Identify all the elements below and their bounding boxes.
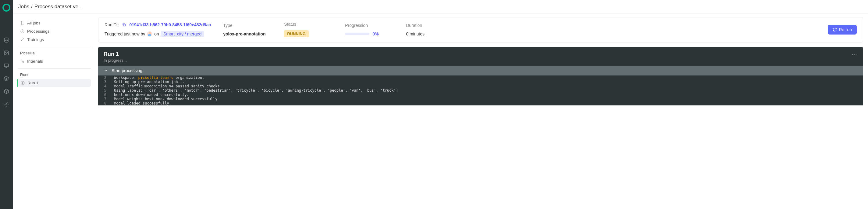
sidebar-item-processings[interactable]: Processings — [18, 27, 91, 35]
svg-point-4 — [6, 104, 7, 105]
breadcrumb: Jobs / Process dataset ve... — [13, 0, 868, 14]
logo-icon — [2, 4, 10, 11]
svg-rect-7 — [21, 24, 22, 25]
rerun-button[interactable]: Re-run — [828, 25, 857, 34]
progress-pct: 0% — [372, 31, 378, 36]
rail-nav — [0, 0, 13, 209]
presentation-icon[interactable] — [4, 63, 9, 69]
svg-point-8 — [21, 30, 24, 33]
project-chip[interactable]: Smart_city / merged — [161, 31, 204, 37]
svg-rect-5 — [21, 22, 22, 23]
duration-value: 0 minutes — [406, 31, 455, 36]
image-icon[interactable] — [4, 50, 9, 56]
sidebar-item-run1[interactable]: Run 1 — [17, 79, 91, 87]
sidebar-item-label: Trainings — [27, 37, 44, 42]
content-area: RunID : 01941d33-b562-79b0-8458-1f69e482… — [94, 14, 868, 209]
section-toggle[interactable]: Start processing — [98, 66, 863, 76]
sidebar-heading-runs: Runs — [18, 71, 91, 79]
breadcrumb-sep: / — [31, 4, 33, 10]
chevron-down-icon — [104, 69, 108, 73]
run-title: Run 1 — [104, 51, 127, 57]
svg-point-11 — [23, 38, 24, 39]
svg-rect-6 — [21, 23, 22, 24]
runid-label: RunID : — [104, 22, 119, 27]
type-label: Type — [223, 23, 272, 28]
svg-point-9 — [21, 40, 22, 41]
database-icon[interactable] — [4, 37, 9, 43]
status-label: Status — [284, 22, 333, 27]
svg-rect-3 — [4, 64, 8, 67]
svg-point-2 — [5, 52, 6, 53]
avatar — [147, 31, 152, 37]
refresh-icon — [833, 27, 837, 32]
layers-icon[interactable] — [4, 76, 9, 81]
svg-point-10 — [22, 39, 23, 40]
status-badge: RUNNING — [284, 30, 309, 37]
breadcrumb-root[interactable]: Jobs — [18, 4, 29, 10]
svg-rect-15 — [124, 24, 126, 26]
copy-icon[interactable] — [122, 23, 126, 27]
sidebar-item-all-jobs[interactable]: All jobs — [18, 19, 91, 27]
sidebar-item-label: Run 1 — [27, 81, 38, 85]
sidebar-item-trainings[interactable]: Trainings — [18, 35, 91, 44]
breadcrumb-current: Process dataset ve... — [34, 4, 83, 10]
sidebar-item-label: Processings — [27, 29, 50, 34]
runid-value[interactable]: 01941d33-b562-79b0-8458-1f69e482d9aa — [129, 22, 211, 27]
sidebar: All jobs Processings Trainings Picsellia… — [13, 14, 94, 209]
progress-bar — [345, 33, 369, 35]
log-output: 2Workspace: picsellia-team's organizatio… — [98, 76, 863, 105]
run-panel: Run 1 In progress... ⋯ Start processing … — [98, 47, 863, 105]
svg-point-14 — [21, 81, 24, 85]
type-value: yolox-pre-annotation — [223, 31, 272, 36]
svg-point-0 — [5, 38, 8, 40]
duration-label: Duration — [406, 23, 455, 28]
sidebar-heading: Picsellia — [18, 50, 91, 57]
sidebar-item-label: Internals — [27, 59, 43, 63]
progress-label: Progression — [345, 23, 394, 28]
run-status: In progress... — [104, 58, 127, 63]
sidebar-item-internals[interactable]: Internals — [18, 57, 91, 66]
job-info-card: RunID : 01941d33-b562-79b0-8458-1f69e482… — [98, 17, 863, 43]
more-menu-icon[interactable]: ⋯ — [851, 51, 858, 63]
sidebar-item-label: All jobs — [27, 21, 40, 25]
gear-icon[interactable] — [4, 101, 9, 107]
box-icon[interactable] — [4, 88, 9, 94]
trigger-info: Triggered just now by on Smart_city / me… — [104, 31, 211, 37]
